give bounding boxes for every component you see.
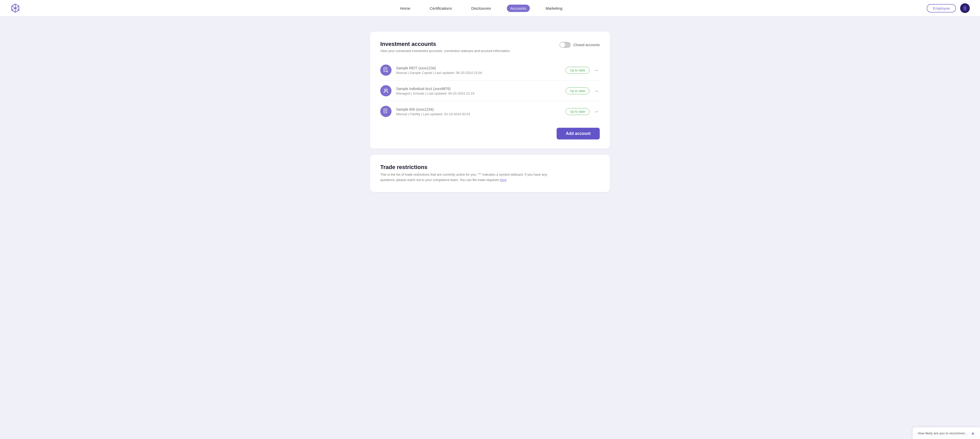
status-badge-individual: Up to date (566, 87, 590, 94)
closed-accounts-label: Closed accounts (573, 43, 600, 47)
account-name-individual: Sample Individual Acct (xxxx9876) (396, 86, 566, 91)
account-info-reit: Sample REIT (xxxx1234) Manual | Sample C… (396, 66, 566, 75)
trade-restrictions-card: Trade restrictions This is the list of t… (370, 155, 610, 192)
trade-restrictions-link[interactable]: here (500, 178, 506, 182)
add-account-button[interactable]: Add account (557, 128, 600, 139)
account-meta-individual: Managed | Schwab | Last updated: 06-20-2… (396, 92, 566, 95)
account-actions-ira: Up to date → (566, 108, 600, 116)
nav-marketing[interactable]: Marketing (542, 5, 566, 12)
account-list: Sample REIT (xxxx1234) Manual | Sample C… (380, 60, 600, 122)
svg-line-3 (16, 6, 19, 8)
status-badge-reit: Up to date (566, 67, 590, 74)
account-icon-individual (380, 85, 391, 97)
nav-home[interactable]: Home (396, 5, 414, 12)
nav-certifications[interactable]: Certifications (426, 5, 455, 12)
account-icon-ira (380, 106, 391, 117)
employee-button[interactable]: Employee (927, 4, 956, 13)
add-account-row: Add account (380, 128, 600, 139)
status-badge-ira: Up to date (566, 108, 590, 115)
trade-restrictions-subtitle: This is the list of trade restrictions t… (380, 172, 559, 183)
logo[interactable] (10, 3, 21, 13)
svg-line-4 (16, 8, 19, 10)
account-icon-reit (380, 65, 391, 76)
avatar[interactable] (960, 3, 970, 13)
account-actions-reit: Up to date → (566, 66, 600, 74)
account-name-ira: Sample IRA (xxxx1234) (396, 107, 566, 111)
header: Home Certifications Disclosures Accounts… (0, 0, 980, 16)
trade-restrictions-title: Trade restrictions (380, 164, 600, 171)
main-content: Investment accounts View your connected … (365, 32, 615, 192)
account-arrow-ira[interactable]: → (593, 108, 600, 116)
svg-point-22 (386, 89, 387, 90)
investment-card-header: Investment accounts View your connected … (380, 41, 600, 53)
main-nav: Home Certifications Disclosures Accounts… (36, 5, 927, 12)
account-meta-ira: Manual | Fidelity | Last updated: 03-19-… (396, 112, 566, 116)
chevron-up-icon[interactable]: ▲ (971, 431, 975, 436)
closed-accounts-toggle-row: Closed accounts (559, 42, 600, 48)
svg-line-7 (12, 6, 15, 8)
investment-accounts-card: Investment accounts View your connected … (370, 32, 610, 149)
svg-line-6 (12, 8, 15, 10)
nav-accounts[interactable]: Accounts (507, 5, 530, 12)
feedback-text: How likely are you to recommen… (918, 431, 968, 435)
closed-accounts-toggle[interactable] (559, 42, 571, 48)
account-row: Sample IRA (xxxx1234) Manual | Fidelity … (380, 101, 600, 122)
svg-point-21 (384, 89, 386, 90)
investment-card-subtitle: View your connected investment accounts,… (380, 49, 511, 53)
investment-card-title: Investment accounts (380, 41, 511, 48)
feedback-bar: How likely are you to recommen… ▲ (912, 427, 980, 439)
account-row: Sample Individual Acct (xxxx9876) Manage… (380, 81, 600, 101)
account-arrow-reit[interactable]: → (593, 66, 600, 74)
account-arrow-individual[interactable]: → (593, 87, 600, 95)
account-name-reit: Sample REIT (xxxx1234) (396, 66, 566, 70)
account-info-ira: Sample IRA (xxxx1234) Manual | Fidelity … (396, 107, 566, 116)
account-actions-individual: Up to date → (566, 87, 600, 95)
account-info-individual: Sample Individual Acct (xxxx9876) Manage… (396, 86, 566, 95)
investment-card-title-block: Investment accounts View your connected … (380, 41, 511, 53)
account-row: Sample REIT (xxxx1234) Manual | Sample C… (380, 60, 600, 81)
nav-disclosures[interactable]: Disclosures (468, 5, 495, 12)
header-right: Employee (927, 3, 970, 13)
account-meta-reit: Manual | Sample Capital | Last updated: … (396, 71, 566, 75)
